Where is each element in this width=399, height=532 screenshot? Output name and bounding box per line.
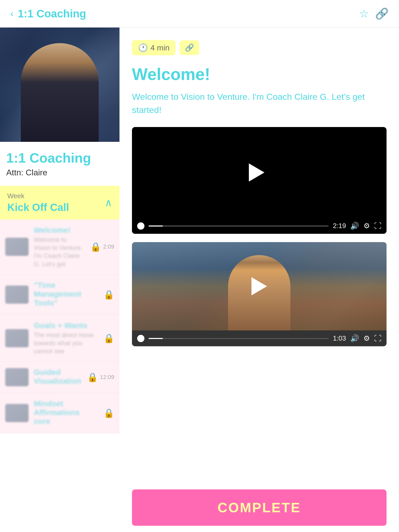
week-section[interactable]: Week Kick Off Call ∧ [0, 186, 119, 220]
progress-bar-2[interactable] [149, 338, 329, 339]
lesson-desc: Welcome to Vision to Venture. I'm Coach … [34, 236, 85, 268]
lesson-thumbnail [5, 238, 29, 256]
header-left: ‹ 1:1 Coaching [10, 8, 86, 20]
video-controls-2: 1:03 🔊 ⚙ ⛶ [132, 330, 387, 346]
lesson-title: "Time Management Tools" [34, 281, 98, 307]
lesson-meta: 🔒 [103, 333, 114, 343]
lesson-meta: 🔒 [103, 408, 114, 418]
left-panel: 1:1 Coaching Attn: Claire Week Kick Off … [0, 28, 119, 433]
right-panel: 🕐 4 min 🔗 Welcome! Welcome to Vision to … [119, 28, 399, 433]
lesson-title: Goals + Wants [34, 321, 98, 330]
lesson-content: Goals + Wants The most direct move towar… [34, 321, 98, 355]
chevron-up-icon: ∧ [105, 197, 112, 209]
lock-icon: 🔒 [90, 242, 101, 252]
progress-circle[interactable] [137, 222, 144, 230]
lock-icon: 🔒 [87, 372, 98, 382]
lesson-duration: 12:09 [100, 374, 114, 381]
duration-text: 4 min [150, 43, 169, 52]
settings-icon[interactable]: ⚙ [363, 222, 370, 230]
thumb-play-area[interactable] [251, 277, 267, 295]
video-main-area[interactable] [132, 127, 387, 218]
play-button-1[interactable] [249, 162, 270, 183]
share-link-icon[interactable]: 🔗 [375, 7, 389, 20]
tags-row: 🕐 4 min 🔗 [132, 40, 387, 55]
complete-button[interactable]: COMPLETE [132, 489, 387, 526]
lesson-title: Guided Visualization [34, 368, 82, 385]
video-player-2[interactable]: 1:03 🔊 ⚙ ⛶ [132, 242, 387, 346]
lesson-duration: 2:09 [103, 243, 114, 250]
lock-icon: 🔒 [103, 408, 114, 418]
main-layout: 1:1 Coaching Attn: Claire Week Kick Off … [0, 28, 399, 433]
list-item[interactable]: Goals + Wants The most direct move towar… [0, 315, 119, 362]
volume-icon-2[interactable]: 🔊 [350, 334, 359, 343]
list-item[interactable]: Guided Visualization 🔒 12:09 [0, 362, 119, 393]
header-right: ☆ 🔗 [359, 7, 389, 20]
lesson-thumbnail [5, 329, 29, 347]
lesson-content: Welcome! Welcome to Vision to Venture. I… [34, 226, 85, 268]
progress-circle-2[interactable] [137, 335, 144, 342]
video-thumbnail-image [132, 242, 387, 330]
video-time-2: 1:03 [333, 334, 346, 342]
lesson-title: Welcome! [34, 226, 85, 235]
complete-button-container: COMPLETE [119, 483, 399, 532]
video-player-1[interactable]: 2:19 🔊 ⚙ ⛶ [132, 127, 387, 234]
week-name: Kick Off Call [7, 202, 69, 213]
progress-fill-2 [149, 338, 163, 339]
lesson-meta: 🔒 [103, 289, 114, 300]
lesson-desc: The most direct move towards what you ca… [34, 331, 98, 355]
course-info: 1:1 Coaching Attn: Claire [0, 142, 119, 177]
lesson-list: Welcome! Welcome to Vision to Venture. I… [0, 220, 119, 433]
course-subtitle: Attn: Claire [6, 168, 113, 177]
lesson-thumbnail [5, 368, 29, 386]
content-description: Welcome to Vision to Venture. I'm Coach … [132, 90, 387, 117]
lesson-content: Guided Visualization [34, 368, 82, 387]
progress-bar[interactable] [149, 225, 329, 227]
lesson-title: Mindset Affirmations core [34, 399, 98, 426]
lock-icon: 🔒 [103, 333, 114, 343]
header-title: 1:1 Coaching [18, 8, 86, 20]
list-item[interactable]: "Time Management Tools" 🔒 [0, 275, 119, 315]
link-icon-right: 🔗 [185, 43, 194, 52]
duration-tag: 🕐 4 min [132, 40, 176, 55]
fullscreen-icon[interactable]: ⛶ [374, 222, 381, 230]
list-item[interactable]: Mindset Affirmations core 🔒 [0, 393, 119, 433]
week-info: Week Kick Off Call [7, 192, 69, 213]
bookmark-icon[interactable]: ☆ [359, 7, 369, 20]
progress-fill [149, 225, 163, 227]
header: ‹ 1:1 Coaching ☆ 🔗 [0, 0, 399, 28]
settings-icon-2[interactable]: ⚙ [363, 334, 370, 343]
lesson-meta: 🔒 12:09 [87, 372, 114, 382]
fullscreen-icon-2[interactable]: ⛶ [374, 334, 381, 343]
week-label: Week [7, 192, 69, 200]
course-title: 1:1 Coaching [6, 150, 113, 166]
content-title: Welcome! [132, 65, 387, 84]
list-item[interactable]: Welcome! Welcome to Vision to Venture. I… [0, 220, 119, 275]
lesson-meta: 🔒 2:09 [90, 242, 114, 252]
lock-icon: 🔒 [103, 289, 114, 300]
hero-person [21, 43, 99, 142]
back-button[interactable]: ‹ [10, 9, 14, 18]
lesson-content: Mindset Affirmations core [34, 399, 98, 427]
play-triangle-icon-2 [251, 277, 267, 295]
link-tag[interactable]: 🔗 [180, 40, 199, 55]
lesson-thumbnail [5, 285, 29, 304]
clock-icon: 🕐 [138, 43, 148, 52]
lesson-thumbnail [5, 404, 29, 422]
video-controls-1: 2:19 🔊 ⚙ ⛶ [132, 218, 387, 234]
play-triangle-icon [249, 163, 264, 182]
hero-image [0, 28, 119, 142]
video-time-1: 2:19 [333, 222, 346, 230]
volume-icon[interactable]: 🔊 [350, 222, 359, 230]
lesson-content: "Time Management Tools" [34, 281, 98, 308]
